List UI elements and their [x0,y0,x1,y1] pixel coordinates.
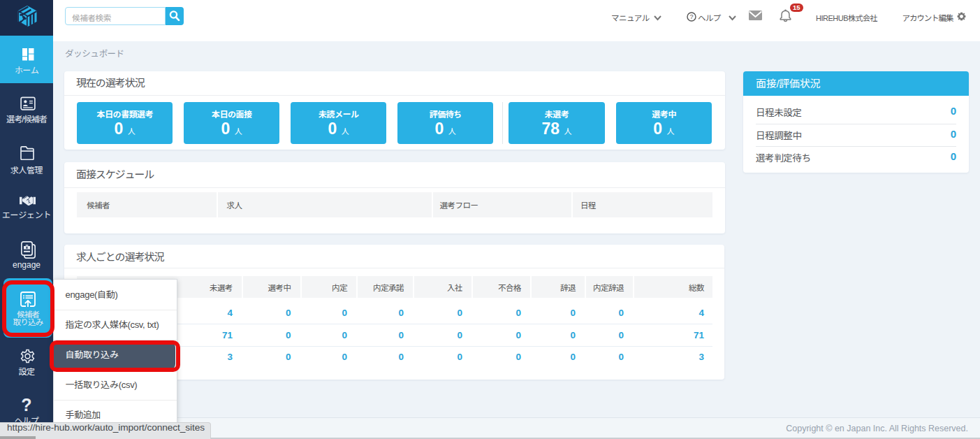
svg-text:?: ? [689,13,693,20]
